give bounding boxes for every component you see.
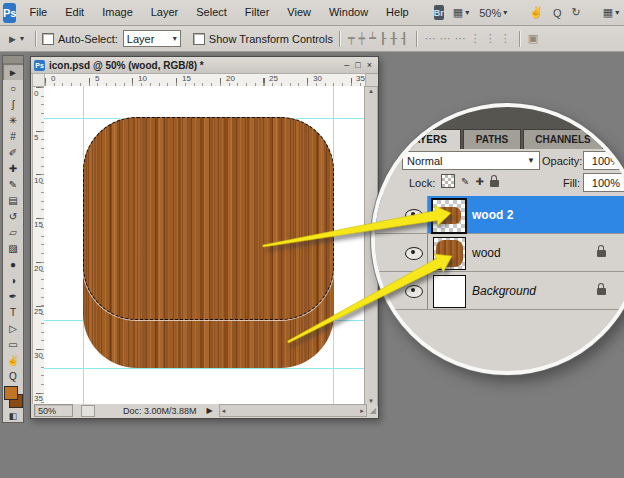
crop-tool[interactable]: # (3, 128, 23, 144)
pen-tool[interactable]: ✒ (3, 288, 23, 304)
rotate-view-button[interactable]: ↻ (567, 6, 586, 19)
layer-name[interactable]: wood (472, 234, 501, 271)
scroll-left-icon[interactable]: ◂ (222, 407, 226, 415)
tab-paths[interactable]: PATHS (463, 129, 521, 149)
eye-icon[interactable] (405, 209, 423, 222)
auto-select-target-dropdown[interactable]: Layer ▾ (123, 30, 181, 47)
layer-row-wood-2[interactable]: wood 2 (375, 196, 624, 234)
visibility-cell[interactable] (375, 272, 428, 309)
color-swatches (3, 384, 23, 410)
zoom-tool[interactable]: Q (3, 368, 23, 384)
auto-select-checkbox[interactable] (42, 33, 54, 45)
resize-grip-icon[interactable]: ◢ (370, 406, 376, 415)
gradient-tool[interactable]: ▨ (3, 240, 23, 256)
layer-thumbnail[interactable] (433, 237, 466, 270)
lock-position-icon[interactable]: ✚ (475, 176, 483, 187)
blur-tool[interactable]: ● (3, 256, 23, 272)
menu-edit[interactable]: Edit (56, 0, 93, 25)
menu-select[interactable]: Select (187, 0, 236, 25)
status-zoom-field[interactable]: 50% (34, 404, 73, 417)
menu-image[interactable]: Image (93, 0, 142, 25)
panel-collapse-icon[interactable] (575, 114, 590, 126)
launch-bridge-button[interactable]: Br (434, 5, 444, 20)
arrange-documents-button[interactable]: ▦ ▾ (598, 6, 624, 19)
distribute-top-edges-button[interactable]: ⋯ (423, 32, 438, 45)
type-tool[interactable]: T (3, 304, 23, 320)
layer-row-wood[interactable]: wood (375, 234, 624, 272)
horizontal-scrollbar[interactable]: ◂ ▸ (219, 404, 367, 417)
lock-pixels-icon[interactable]: ✎ (461, 176, 469, 187)
foreground-color-swatch[interactable] (4, 386, 18, 400)
layer-row-background[interactable]: Background (375, 272, 624, 310)
document-title-bar[interactable]: Ps icon.psd @ 50% (wood, RGB/8) * – □ × (31, 57, 378, 74)
status-menu-arrow-icon[interactable]: ▶ (207, 406, 213, 415)
clone-stamp-tool[interactable]: ▤ (3, 192, 23, 208)
tab-channels[interactable]: CHANNELS (523, 129, 603, 149)
eye-icon[interactable] (405, 285, 423, 298)
lock-all-icon[interactable] (490, 180, 499, 187)
distribute-bottom-edges-button[interactable]: ⋯ (453, 32, 468, 45)
layer-thumbnail[interactable] (433, 275, 466, 308)
move-tool[interactable]: ► (3, 64, 23, 80)
menu-view[interactable]: View (278, 0, 320, 25)
brush-tool[interactable]: ✎ (3, 176, 23, 192)
auto-align-layers-button[interactable]: ▣ (526, 32, 540, 45)
zoom-tool-button[interactable]: Q (548, 7, 567, 19)
align-bottom-edges-button[interactable]: ┷ (367, 32, 378, 45)
fill-field[interactable]: 100% (583, 173, 624, 192)
blend-mode-dropdown[interactable]: Normal ▼ (402, 151, 540, 170)
distribute-vertical-centers-button[interactable]: ⋯ (438, 32, 453, 45)
status-flyout-icon[interactable] (81, 405, 95, 417)
align-left-edges-button[interactable]: ┠ (378, 32, 389, 45)
hand-tool[interactable]: ✌ (3, 352, 23, 368)
marquee-tool[interactable]: ○ (3, 80, 23, 96)
align-horizontal-centers-button[interactable]: ╂ (388, 32, 399, 45)
tab-layers[interactable]: LAYERS (393, 129, 461, 149)
distribute-left-edges-button[interactable]: ⋮ (468, 32, 483, 45)
eyedropper-tool[interactable]: ✐ (3, 144, 23, 160)
scroll-up-icon[interactable]: ▴ (369, 87, 373, 95)
quick-mask-button[interactable]: ◧ (3, 410, 23, 422)
layer-name[interactable]: Background (472, 272, 536, 309)
view-extras-button[interactable]: ▦ ▾ (448, 6, 474, 19)
canvas-viewport[interactable] (44, 86, 364, 404)
current-tool-preset[interactable]: ► ▾ (2, 33, 29, 45)
arrange-documents-icon: ▦ (603, 6, 613, 19)
dodge-tool[interactable]: ◑ (3, 272, 23, 288)
distribute-right-edges-button[interactable]: ⋮ (498, 32, 513, 45)
align-right-edges-button[interactable]: ┨ (399, 32, 410, 45)
guide-horizontal-bottom[interactable] (44, 368, 364, 369)
distribute-horizontal-centers-button[interactable]: ⋮ (483, 32, 498, 45)
visibility-cell[interactable] (375, 234, 428, 271)
close-button[interactable]: × (364, 58, 375, 72)
menu-help[interactable]: Help (377, 0, 418, 25)
maximize-button[interactable]: □ (352, 58, 363, 72)
path-selection-tool[interactable]: ▷ (3, 320, 23, 336)
eraser-tool[interactable]: ▱ (3, 224, 23, 240)
menu-window[interactable]: Window (320, 0, 377, 25)
quick-selection-tool[interactable]: ✳ (3, 112, 23, 128)
ruler-mark: 15 (182, 75, 191, 83)
lasso-tool[interactable]: ʃ (3, 96, 23, 112)
ruler-mark: 5 (34, 134, 38, 142)
menu-file[interactable]: File (20, 0, 56, 25)
menu-filter[interactable]: Filter (236, 0, 278, 25)
hand-tool-button[interactable]: ✌ (524, 6, 548, 19)
scroll-right-icon[interactable]: ▸ (360, 407, 364, 415)
align-top-edges-button[interactable]: ┯ (346, 32, 357, 45)
shape-tool[interactable]: ▭ (3, 336, 23, 352)
minimize-button[interactable]: – (341, 58, 352, 72)
zoom-level-dropdown[interactable]: 50% ▾ (474, 7, 512, 19)
align-vertical-centers-button[interactable]: ┿ (357, 32, 368, 45)
lock-transparency-icon[interactable] (441, 174, 455, 188)
panel-collapse-handle[interactable] (3, 56, 23, 64)
menu-layer[interactable]: Layer (142, 0, 188, 25)
history-brush-tool[interactable]: ↺ (3, 208, 23, 224)
show-transform-controls-checkbox[interactable] (193, 33, 205, 45)
visibility-cell[interactable] (375, 196, 428, 233)
opacity-field[interactable]: 100% (583, 151, 624, 170)
layer-name[interactable]: wood 2 (472, 196, 513, 233)
healing-brush-tool[interactable]: ✚ (3, 160, 23, 176)
layer-thumbnail[interactable] (431, 198, 467, 234)
eye-icon[interactable] (405, 247, 423, 260)
